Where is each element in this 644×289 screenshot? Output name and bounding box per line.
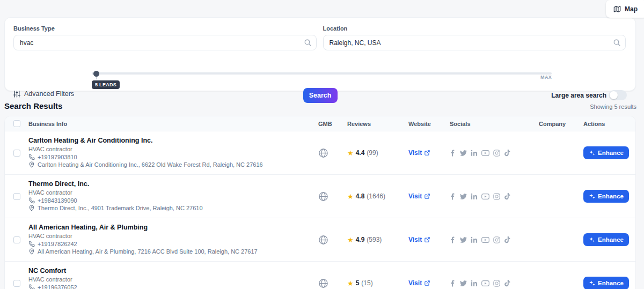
phone-icon <box>28 241 35 247</box>
business-name: Carlton Heating & Air Conditioning Inc. <box>28 137 318 144</box>
gmb-link[interactable] <box>318 235 347 245</box>
visit-label: Visit <box>408 192 422 200</box>
instagram-icon <box>493 193 500 200</box>
column-header-website: Website <box>408 121 450 127</box>
linkedin-icon <box>471 280 478 287</box>
youtube-icon <box>481 150 489 157</box>
instagram-icon <box>493 280 500 287</box>
instagram-icon <box>493 150 500 157</box>
external-link-icon <box>425 150 430 155</box>
visit-label: Visit <box>408 149 422 157</box>
results-title: Search Results <box>4 101 62 110</box>
visit-website-link[interactable]: Visit <box>408 149 450 157</box>
column-header-actions: Actions <box>583 121 635 127</box>
enhance-button[interactable]: Enhance <box>583 190 629 203</box>
business-phone: +19196376052 <box>38 284 77 289</box>
gmb-link[interactable] <box>318 278 347 288</box>
location-label: Location <box>323 25 626 32</box>
star-icon: ★ <box>347 193 354 200</box>
sparkles-icon <box>589 150 595 156</box>
review-count: (1646) <box>367 192 385 200</box>
leads-slider[interactable]: 5 LEADS MAX <box>92 71 552 76</box>
search-panel: Business Type Location <box>4 17 636 91</box>
enhance-label: Enhance <box>598 280 624 286</box>
external-link-icon <box>425 237 430 242</box>
twitter-icon <box>460 280 467 287</box>
results-table: Business Info GMB Reviews Website Social… <box>4 116 636 289</box>
sparkles-icon <box>589 236 595 243</box>
gmb-link[interactable] <box>318 191 347 202</box>
row-checkbox[interactable] <box>13 236 20 243</box>
row-checkbox[interactable] <box>13 150 20 157</box>
map-button-label: Map <box>625 5 638 13</box>
toggle-knob <box>610 91 618 99</box>
table-row: Carlton Heating & Air Conditioning Inc. … <box>5 131 635 175</box>
business-address: All American Heating, Air & Plumbing, 72… <box>38 248 258 255</box>
large-area-search-toggle[interactable] <box>609 90 627 100</box>
external-link-icon <box>425 280 430 286</box>
star-icon: ★ <box>347 236 354 243</box>
tiktok-icon <box>504 193 510 200</box>
gmb-link[interactable] <box>318 148 347 158</box>
table-header-row: Business Info GMB Reviews Website Social… <box>5 116 635 131</box>
linkedin-icon <box>471 150 478 157</box>
row-checkbox[interactable] <box>13 280 20 287</box>
large-area-search-label: Large area search <box>551 92 606 99</box>
table-row: Thermo Direct, Inc. HVAC contractor +198… <box>5 175 635 218</box>
column-header-socials: Socials <box>450 121 539 127</box>
phone-icon <box>28 284 35 289</box>
twitter-icon <box>460 236 467 243</box>
enhance-label: Enhance <box>598 193 624 199</box>
linkedin-icon <box>471 236 478 243</box>
business-address: Thermo Direct, Inc., 4901 Trademark Driv… <box>38 205 203 211</box>
enhance-label: Enhance <box>598 150 624 156</box>
map-icon <box>613 5 621 13</box>
map-button[interactable]: Map <box>606 0 644 18</box>
business-category: HVAC contractor <box>28 146 318 152</box>
business-name: Thermo Direct, Inc. <box>28 180 318 188</box>
column-header-reviews: Reviews <box>347 121 408 127</box>
business-category: HVAC contractor <box>28 233 318 239</box>
tiktok-icon <box>504 236 510 243</box>
star-icon: ★ <box>347 280 354 287</box>
linkedin-icon <box>471 193 478 200</box>
slider-tick <box>96 77 97 79</box>
advanced-filters-button[interactable]: Advanced Filters <box>13 90 74 98</box>
facebook-icon <box>450 150 456 157</box>
youtube-icon <box>481 236 489 243</box>
results-body: Carlton Heating & Air Conditioning Inc. … <box>5 131 635 289</box>
enhance-button[interactable]: Enhance <box>583 146 629 159</box>
visit-label: Visit <box>408 279 422 287</box>
business-category: HVAC contractor <box>28 189 318 196</box>
select-all-checkbox[interactable] <box>13 120 20 127</box>
slider-thumb[interactable] <box>93 71 99 77</box>
location-pin-icon <box>28 248 35 255</box>
tiktok-icon <box>504 280 510 287</box>
location-input[interactable] <box>323 35 626 50</box>
column-header-business-info: Business Info <box>28 121 318 127</box>
business-type-input[interactable] <box>13 35 317 50</box>
business-phone: +19197826242 <box>38 241 77 247</box>
enhance-button[interactable]: Enhance <box>583 277 629 289</box>
rating-value: 5 <box>356 279 360 287</box>
review-count: (99) <box>367 149 378 157</box>
rating-value: 4.9 <box>356 236 365 243</box>
enhance-button[interactable]: Enhance <box>583 233 629 246</box>
search-icon <box>613 39 621 47</box>
youtube-icon <box>481 193 489 200</box>
youtube-icon <box>481 280 489 287</box>
search-button[interactable]: Search <box>303 88 338 103</box>
visit-website-link[interactable]: Visit <box>408 192 450 200</box>
column-header-company: Company <box>539 121 583 127</box>
slider-track[interactable] <box>92 72 552 75</box>
facebook-icon <box>450 280 456 287</box>
visit-website-link[interactable]: Visit <box>408 236 450 243</box>
row-checkbox[interactable] <box>13 193 20 200</box>
business-category: HVAC contractor <box>28 276 318 283</box>
twitter-icon <box>460 193 467 200</box>
column-header-gmb: GMB <box>318 121 347 127</box>
table-row: NC Comfort HVAC contractor +19196376052 <box>5 262 635 289</box>
visit-website-link[interactable]: Visit <box>408 279 450 287</box>
results-count: Showing 5 results <box>590 103 636 110</box>
sparkles-icon <box>589 280 595 286</box>
